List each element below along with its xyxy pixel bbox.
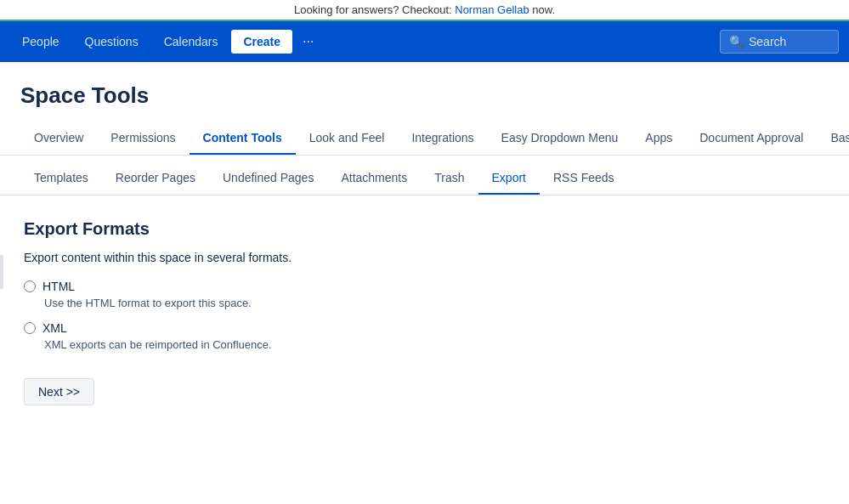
format-html-radio[interactable]	[24, 280, 36, 292]
content-tab-trash[interactable]: Trash	[421, 162, 478, 195]
content-tabs: Templates Reorder Pages Undefined Pages …	[0, 162, 849, 195]
banner-text: Looking for answers? Checkout:	[294, 3, 455, 16]
format-xml: XML XML exports can be reimported in Con…	[24, 321, 825, 351]
nav-item-calendars[interactable]: Calendars	[152, 30, 230, 54]
content-tab-attachments[interactable]: Attachments	[327, 162, 421, 195]
space-tab-integrations[interactable]: Integrations	[398, 122, 487, 156]
navbar: People Questions Calendars Create ··· 🔍 …	[0, 21, 849, 62]
format-xml-desc: XML exports can be reimported in Conflue…	[44, 338, 825, 351]
nav-item-people[interactable]: People	[10, 30, 71, 54]
format-html-label[interactable]: HTML	[24, 280, 825, 293]
nav-left: People Questions Calendars Create ···	[10, 29, 720, 54]
format-xml-radio[interactable]	[24, 322, 36, 334]
space-tab-overview[interactable]: Overview	[20, 122, 97, 156]
space-tab-permissions[interactable]: Permissions	[97, 122, 189, 156]
format-html-desc: Use the HTML format to export this space…	[44, 297, 825, 309]
space-tab-document-approval[interactable]: Document Approval	[686, 122, 817, 156]
main-content: Export Formats Export content within thi…	[0, 195, 849, 429]
page-title: Space Tools	[20, 82, 829, 109]
nav-item-questions[interactable]: Questions	[73, 30, 150, 54]
top-banner: Looking for answers? Checkout: Norman Ge…	[0, 0, 849, 21]
space-tab-content-tools[interactable]: Content Tools	[190, 122, 296, 156]
format-xml-label[interactable]: XML	[24, 321, 825, 335]
search-icon: 🔍	[729, 35, 744, 48]
space-tab-look-and-feel[interactable]: Look and Feel	[296, 122, 399, 156]
banner-link[interactable]: Norman Gellab	[455, 3, 529, 16]
search-label: Search	[749, 35, 786, 48]
page-header: Space Tools	[0, 62, 849, 109]
space-tab-baseline[interactable]: Baseline	[817, 122, 849, 156]
content-tab-rss-feeds[interactable]: RSS Feeds	[540, 162, 628, 195]
search-box[interactable]: 🔍 Search	[720, 30, 839, 54]
content-tab-undefined-pages[interactable]: Undefined Pages	[209, 162, 327, 195]
space-tabs: Overview Permissions Content Tools Look …	[0, 122, 849, 156]
format-html: HTML Use the HTML format to export this …	[24, 280, 825, 309]
space-tab-easy-dropdown[interactable]: Easy Dropdown Menu	[488, 122, 632, 156]
nav-create-button[interactable]: Create	[231, 30, 292, 54]
format-xml-text: XML	[42, 321, 67, 335]
sidebar-indicator	[0, 255, 3, 289]
space-tab-apps[interactable]: Apps	[631, 122, 686, 156]
next-button[interactable]: Next >>	[24, 378, 94, 405]
format-html-text: HTML	[42, 280, 75, 293]
content-tab-export[interactable]: Export	[478, 162, 540, 195]
export-description: Export content within this space in seve…	[24, 251, 825, 264]
export-title: Export Formats	[24, 219, 825, 239]
content-tab-reorder-pages[interactable]: Reorder Pages	[102, 162, 209, 195]
banner-suffix: now.	[532, 3, 555, 16]
content-tab-templates[interactable]: Templates	[20, 162, 102, 195]
nav-more-button[interactable]: ···	[294, 29, 322, 54]
